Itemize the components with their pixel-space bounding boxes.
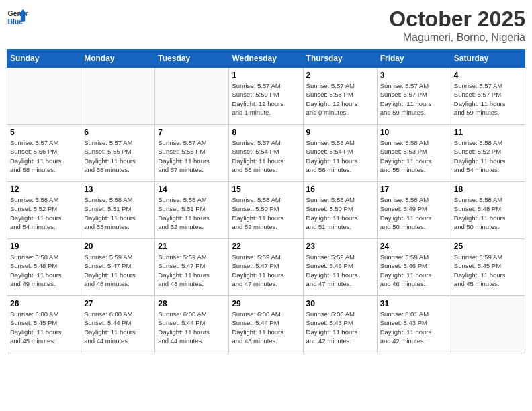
weekday-header-friday: Friday	[377, 50, 451, 68]
weekday-header-saturday: Saturday	[451, 50, 525, 68]
day-info: Sunrise: 5:58 AM Sunset: 5:52 PM Dayligh…	[454, 138, 522, 174]
calendar-cell: 6Sunrise: 5:57 AM Sunset: 5:55 PM Daylig…	[81, 125, 155, 182]
day-number: 9	[306, 128, 374, 137]
day-number: 19	[10, 242, 78, 251]
day-info: Sunrise: 6:00 AM Sunset: 5:44 PM Dayligh…	[84, 310, 152, 345]
calendar-cell: 14Sunrise: 5:58 AM Sunset: 5:51 PM Dayli…	[155, 182, 229, 239]
calendar-cell: 12Sunrise: 5:58 AM Sunset: 5:52 PM Dayli…	[7, 182, 81, 239]
calendar-cell: 1Sunrise: 5:57 AM Sunset: 5:59 PM Daylig…	[229, 68, 303, 125]
weekday-header-tuesday: Tuesday	[155, 50, 229, 68]
day-number: 6	[84, 128, 152, 137]
calendar-cell: 7Sunrise: 5:57 AM Sunset: 5:55 PM Daylig…	[155, 125, 229, 182]
weekday-header-row: SundayMondayTuesdayWednesdayThursdayFrid…	[7, 50, 525, 68]
calendar-cell: 3Sunrise: 5:57 AM Sunset: 5:57 PM Daylig…	[377, 68, 451, 125]
calendar-cell: 25Sunrise: 5:59 AM Sunset: 5:45 PM Dayli…	[451, 239, 525, 296]
day-number: 3	[380, 71, 448, 80]
calendar-cell: 10Sunrise: 5:58 AM Sunset: 5:53 PM Dayli…	[377, 125, 451, 182]
day-number: 28	[158, 299, 226, 308]
day-number: 17	[380, 185, 448, 194]
day-info: Sunrise: 5:58 AM Sunset: 5:50 PM Dayligh…	[232, 195, 300, 231]
calendar-cell: 30Sunrise: 6:00 AM Sunset: 5:43 PM Dayli…	[303, 296, 377, 353]
title-area: October 2025 Magumeri, Borno, Nigeria	[389, 7, 525, 44]
day-info: Sunrise: 6:01 AM Sunset: 5:43 PM Dayligh…	[380, 310, 448, 345]
day-number: 5	[10, 128, 78, 137]
day-info: Sunrise: 5:58 AM Sunset: 5:51 PM Dayligh…	[84, 195, 152, 231]
calendar-cell	[81, 68, 155, 125]
calendar-cell: 31Sunrise: 6:01 AM Sunset: 5:43 PM Dayli…	[377, 296, 451, 353]
day-info: Sunrise: 5:58 AM Sunset: 5:52 PM Dayligh…	[10, 195, 78, 231]
calendar-cell: 11Sunrise: 5:58 AM Sunset: 5:52 PM Dayli…	[451, 125, 525, 182]
calendar-cell: 5Sunrise: 5:57 AM Sunset: 5:56 PM Daylig…	[7, 125, 81, 182]
day-info: Sunrise: 5:59 AM Sunset: 5:45 PM Dayligh…	[454, 253, 522, 288]
calendar-week-row: 19Sunrise: 5:58 AM Sunset: 5:48 PM Dayli…	[7, 239, 525, 296]
month-title: October 2025	[389, 7, 525, 32]
day-number: 2	[306, 71, 374, 80]
calendar-cell: 22Sunrise: 5:59 AM Sunset: 5:47 PM Dayli…	[229, 239, 303, 296]
day-info: Sunrise: 5:58 AM Sunset: 5:49 PM Dayligh…	[380, 195, 448, 231]
day-info: Sunrise: 5:59 AM Sunset: 5:46 PM Dayligh…	[306, 253, 374, 288]
day-number: 21	[158, 242, 226, 251]
weekday-header-thursday: Thursday	[303, 50, 377, 68]
logo-icon: General Blue	[7, 7, 28, 28]
day-number: 24	[380, 242, 448, 251]
day-info: Sunrise: 6:00 AM Sunset: 5:43 PM Dayligh…	[306, 310, 374, 345]
calendar-cell: 16Sunrise: 5:58 AM Sunset: 5:50 PM Dayli…	[303, 182, 377, 239]
calendar-cell: 18Sunrise: 5:58 AM Sunset: 5:48 PM Dayli…	[451, 182, 525, 239]
day-info: Sunrise: 5:59 AM Sunset: 5:46 PM Dayligh…	[380, 253, 448, 288]
day-info: Sunrise: 5:57 AM Sunset: 5:55 PM Dayligh…	[158, 138, 226, 174]
day-number: 16	[306, 185, 374, 194]
day-info: Sunrise: 5:57 AM Sunset: 5:57 PM Dayligh…	[454, 81, 522, 117]
calendar-week-row: 12Sunrise: 5:58 AM Sunset: 5:52 PM Dayli…	[7, 182, 525, 239]
calendar-cell: 2Sunrise: 5:57 AM Sunset: 5:58 PM Daylig…	[303, 68, 377, 125]
day-info: Sunrise: 5:58 AM Sunset: 5:54 PM Dayligh…	[306, 138, 374, 174]
day-info: Sunrise: 6:00 AM Sunset: 5:44 PM Dayligh…	[232, 310, 300, 345]
calendar-cell: 27Sunrise: 6:00 AM Sunset: 5:44 PM Dayli…	[81, 296, 155, 353]
day-info: Sunrise: 5:57 AM Sunset: 5:55 PM Dayligh…	[84, 138, 152, 174]
day-info: Sunrise: 5:57 AM Sunset: 5:56 PM Dayligh…	[10, 138, 78, 174]
calendar-week-row: 1Sunrise: 5:57 AM Sunset: 5:59 PM Daylig…	[7, 68, 525, 125]
day-info: Sunrise: 5:58 AM Sunset: 5:48 PM Dayligh…	[10, 253, 78, 288]
day-info: Sunrise: 6:00 AM Sunset: 5:45 PM Dayligh…	[10, 310, 78, 345]
calendar-cell: 8Sunrise: 5:57 AM Sunset: 5:54 PM Daylig…	[229, 125, 303, 182]
day-number: 22	[232, 242, 300, 251]
day-info: Sunrise: 5:57 AM Sunset: 5:54 PM Dayligh…	[232, 138, 300, 174]
day-info: Sunrise: 5:58 AM Sunset: 5:50 PM Dayligh…	[306, 195, 374, 231]
weekday-header-monday: Monday	[81, 50, 155, 68]
day-info: Sunrise: 5:59 AM Sunset: 5:47 PM Dayligh…	[232, 253, 300, 288]
day-info: Sunrise: 5:57 AM Sunset: 5:58 PM Dayligh…	[306, 81, 374, 117]
day-number: 29	[232, 299, 300, 308]
calendar-cell: 21Sunrise: 5:59 AM Sunset: 5:47 PM Dayli…	[155, 239, 229, 296]
day-number: 11	[454, 128, 522, 137]
calendar-cell: 9Sunrise: 5:58 AM Sunset: 5:54 PM Daylig…	[303, 125, 377, 182]
calendar-cell: 15Sunrise: 5:58 AM Sunset: 5:50 PM Dayli…	[229, 182, 303, 239]
day-number: 8	[232, 128, 300, 137]
day-number: 26	[10, 299, 78, 308]
calendar-cell	[451, 296, 525, 353]
day-number: 27	[84, 299, 152, 308]
day-number: 1	[232, 71, 300, 80]
day-info: Sunrise: 5:58 AM Sunset: 5:51 PM Dayligh…	[158, 195, 226, 231]
calendar-cell: 23Sunrise: 5:59 AM Sunset: 5:46 PM Dayli…	[303, 239, 377, 296]
day-info: Sunrise: 6:00 AM Sunset: 5:44 PM Dayligh…	[158, 310, 226, 345]
calendar-cell	[155, 68, 229, 125]
calendar-cell: 28Sunrise: 6:00 AM Sunset: 5:44 PM Dayli…	[155, 296, 229, 353]
day-number: 14	[158, 185, 226, 194]
day-number: 12	[10, 185, 78, 194]
calendar-cell: 29Sunrise: 6:00 AM Sunset: 5:44 PM Dayli…	[229, 296, 303, 353]
location-title: Magumeri, Borno, Nigeria	[389, 32, 525, 44]
weekday-header-sunday: Sunday	[7, 50, 81, 68]
day-number: 25	[454, 242, 522, 251]
day-info: Sunrise: 5:59 AM Sunset: 5:47 PM Dayligh…	[84, 253, 152, 288]
day-info: Sunrise: 5:58 AM Sunset: 5:53 PM Dayligh…	[380, 138, 448, 174]
calendar-cell: 20Sunrise: 5:59 AM Sunset: 5:47 PM Dayli…	[81, 239, 155, 296]
calendar-week-row: 5Sunrise: 5:57 AM Sunset: 5:56 PM Daylig…	[7, 125, 525, 182]
calendar-cell: 17Sunrise: 5:58 AM Sunset: 5:49 PM Dayli…	[377, 182, 451, 239]
calendar-table: SundayMondayTuesdayWednesdayThursdayFrid…	[7, 49, 525, 353]
day-info: Sunrise: 5:59 AM Sunset: 5:47 PM Dayligh…	[158, 253, 226, 288]
day-number: 15	[232, 185, 300, 194]
weekday-header-wednesday: Wednesday	[229, 50, 303, 68]
calendar-week-row: 26Sunrise: 6:00 AM Sunset: 5:45 PM Dayli…	[7, 296, 525, 353]
day-number: 10	[380, 128, 448, 137]
calendar-cell: 24Sunrise: 5:59 AM Sunset: 5:46 PM Dayli…	[377, 239, 451, 296]
day-number: 18	[454, 185, 522, 194]
